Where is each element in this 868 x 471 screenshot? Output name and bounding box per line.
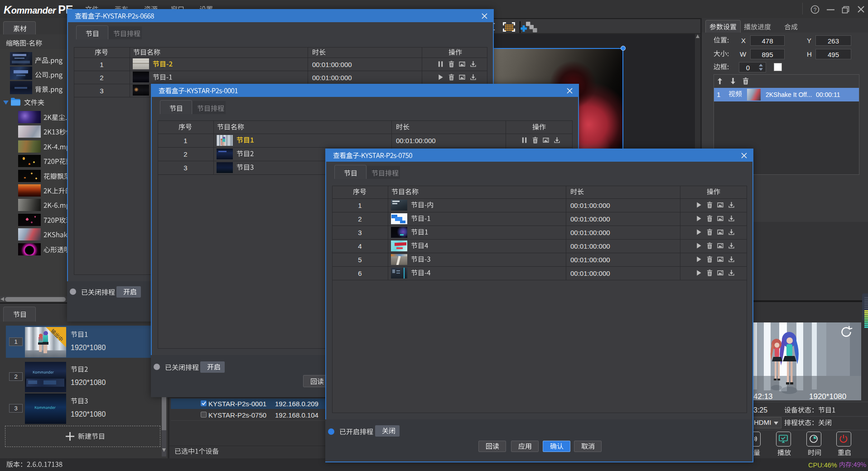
- svg-text:?: ?: [814, 7, 817, 13]
